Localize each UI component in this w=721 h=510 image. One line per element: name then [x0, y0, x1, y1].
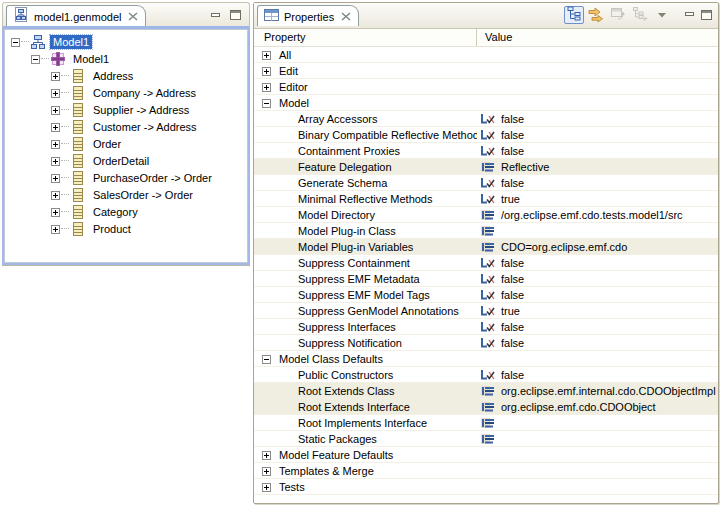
properties-tab-label: Properties [284, 10, 334, 23]
expand-plus-icon[interactable] [51, 156, 60, 165]
property-row[interactable]: Array Accessorsfalse [254, 111, 718, 127]
expand-plus-icon[interactable] [262, 482, 271, 491]
property-row[interactable]: Suppress GenModel Annotationstrue [254, 303, 718, 319]
expand-plus-icon[interactable] [51, 207, 60, 216]
tree-item-label: Model1 [70, 52, 112, 66]
property-category-row[interactable]: Model [254, 95, 718, 111]
property-row[interactable]: Feature DelegationReflective [254, 159, 718, 175]
property-row[interactable]: Suppress Interfacesfalse [254, 319, 718, 335]
collapse-minus-icon[interactable] [262, 98, 271, 107]
property-row[interactable]: Model Directory/org.eclipse.emf.cdo.test… [254, 207, 718, 223]
boolean-value-icon [480, 337, 496, 349]
restore-default-icon [610, 6, 626, 24]
tree-item[interactable]: Category [4, 203, 248, 220]
tree-item[interactable]: OrderDetail [4, 152, 248, 169]
expand-plus-icon[interactable] [262, 66, 271, 75]
property-category-row[interactable]: Editor [254, 79, 718, 95]
property-row[interactable]: Public Constructorsfalse [254, 367, 718, 383]
property-row[interactable]: Root Implements Interface [254, 415, 718, 431]
collapse-minus-icon[interactable] [31, 54, 40, 63]
list-value-icon [480, 209, 496, 221]
category-label: All [279, 49, 291, 61]
property-row[interactable]: Static Packages [254, 431, 718, 447]
property-category-row[interactable]: All [254, 47, 718, 63]
eclass-icon [70, 221, 86, 237]
tree-item[interactable]: Customer -> Address [4, 118, 248, 135]
tree-item[interactable]: Order [4, 135, 248, 152]
property-category-row[interactable]: Edit [254, 63, 718, 79]
properties-table-icon [264, 9, 279, 24]
expand-plus-icon[interactable] [51, 122, 60, 131]
close-icon[interactable] [341, 12, 351, 21]
collapse-minus-icon[interactable] [262, 354, 271, 363]
tree-item[interactable]: SalesOrder -> Order [4, 186, 248, 203]
list-value-icon [480, 417, 496, 429]
eclass-icon [70, 187, 86, 203]
property-value: true [501, 193, 520, 205]
tree-item[interactable]: Supplier -> Address [4, 101, 248, 118]
tree-item[interactable]: Model1 [4, 50, 248, 67]
tree-item[interactable]: Product [4, 220, 248, 237]
maximize-button[interactable] [230, 9, 241, 22]
restore-default-value-button [608, 6, 628, 24]
property-category-row[interactable]: Templates & Merge [254, 463, 718, 479]
expand-plus-icon[interactable] [51, 190, 60, 199]
property-category-row[interactable]: Tests [254, 479, 718, 495]
properties-table: AllEditEditorModelArray AccessorsfalseBi… [254, 47, 718, 503]
minimize-button[interactable] [210, 10, 221, 22]
property-row[interactable]: Model Plug-in VariablesCDO=org.eclipse.e… [254, 239, 718, 255]
tree-item[interactable]: PurchaseOrder -> Order [4, 169, 248, 186]
expand-plus-icon[interactable] [262, 50, 271, 59]
boolean-value-icon [480, 257, 496, 269]
expand-plus-icon[interactable] [51, 71, 60, 80]
property-row[interactable]: Root Extends Interfaceorg.eclipse.emf.cd… [254, 399, 718, 415]
property-row[interactable]: Suppress Containmentfalse [254, 255, 718, 271]
property-label: Model Plug-in Variables [298, 241, 413, 253]
collapse-minus-icon[interactable] [11, 37, 20, 46]
tab-properties[interactable]: Properties [257, 5, 359, 26]
property-row[interactable]: Minimal Reflective Methodstrue [254, 191, 718, 207]
property-category-row[interactable]: Model Feature Defaults [254, 447, 718, 463]
property-row[interactable]: Containment Proxiesfalse [254, 143, 718, 159]
show-advanced-properties-button[interactable] [586, 6, 606, 24]
tree-item[interactable]: Model1 [4, 33, 248, 50]
property-row[interactable]: Binary Compatible Reflective Methodsfals… [254, 127, 718, 143]
expand-plus-icon[interactable] [262, 466, 271, 475]
property-row[interactable]: Model Plug-in Class [254, 223, 718, 239]
show-categories-button[interactable] [564, 6, 584, 24]
property-value: false [501, 321, 524, 333]
genmodel-file-icon [13, 7, 29, 25]
property-row[interactable]: Suppress Notificationfalse [254, 335, 718, 351]
property-value: false [501, 273, 524, 285]
expand-plus-icon[interactable] [262, 450, 271, 459]
expand-plus-icon[interactable] [51, 105, 60, 114]
minimize-button[interactable] [684, 9, 695, 21]
expand-plus-icon[interactable] [51, 139, 60, 148]
property-row[interactable]: Root Extends Classorg.eclipse.emf.intern… [254, 383, 718, 399]
property-row[interactable]: Suppress EMF Metadatafalse [254, 271, 718, 287]
expand-plus-icon[interactable] [51, 88, 60, 97]
boolean-value-icon [480, 273, 496, 285]
editor-tab-bar: model1.genmodel [2, 2, 250, 29]
expand-plus-icon[interactable] [51, 173, 60, 182]
category-label: Templates & Merge [279, 465, 374, 477]
maximize-button[interactable] [701, 9, 712, 22]
tree-item[interactable]: Company -> Address [4, 84, 248, 101]
tab-model1-genmodel[interactable]: model1.genmodel [6, 5, 146, 26]
tree-item[interactable]: Address [4, 67, 248, 84]
property-category-row[interactable]: Model Class Defaults [254, 351, 718, 367]
properties-tab-bar: Properties [254, 3, 718, 29]
close-icon[interactable] [128, 12, 138, 21]
property-label: Array Accessors [298, 113, 377, 125]
property-row[interactable]: Generate Schemafalse [254, 175, 718, 191]
expand-plus-icon[interactable] [51, 224, 60, 233]
property-value: /org.eclipse.emf.cdo.tests.model1/src [501, 209, 683, 221]
genmodel-tree: Model1Model1AddressCompany -> AddressSup… [2, 29, 250, 265]
property-value: true [501, 305, 520, 317]
menu-triangle-icon [657, 9, 667, 21]
view-menu-button[interactable] [652, 6, 672, 24]
tree-connector [61, 194, 69, 195]
property-row[interactable]: Suppress EMF Model Tagsfalse [254, 287, 718, 303]
expand-plus-icon[interactable] [262, 82, 271, 91]
property-label: Suppress EMF Model Tags [298, 289, 430, 301]
